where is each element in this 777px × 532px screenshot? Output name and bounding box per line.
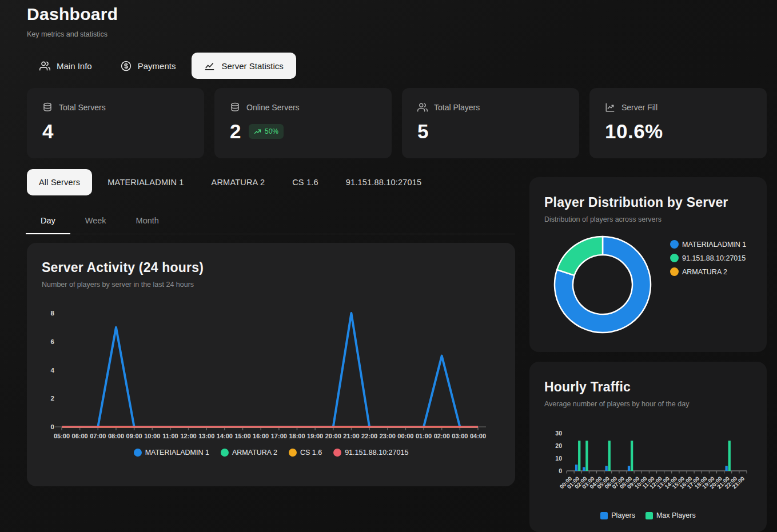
stat-value: 10.6% (605, 120, 663, 143)
legend-item-max-players[interactable]: Max Players (645, 511, 696, 519)
trending-chart-icon (605, 102, 615, 113)
svg-text:21:00: 21:00 (343, 433, 359, 439)
stat-label: Server Fill (621, 103, 658, 112)
stat-label: Total Players (434, 103, 480, 112)
server-tab-all-servers[interactable]: All Servers (27, 169, 92, 195)
svg-text:15:00: 15:00 (234, 433, 250, 439)
page-header: Dashboard Key metrics and statistics (27, 5, 118, 38)
stat-value: 5 (417, 120, 429, 143)
svg-text:02:00: 02:00 (434, 433, 450, 439)
player-distribution-card: Player Distribution by Server Distributi… (529, 177, 767, 352)
tab-label: Server Statistics (221, 61, 283, 71)
legend-label: Max Players (656, 511, 696, 519)
page-title: Dashboard (27, 5, 118, 24)
svg-text:04:00: 04:00 (470, 433, 486, 439)
stat-card-total-players: Total Players 5 (402, 88, 579, 158)
legend-dot (670, 240, 679, 249)
svg-text:22:00: 22:00 (361, 433, 377, 439)
legend-swatch (645, 512, 653, 519)
stat-card-server-fill: Server Fill 10.6% (589, 88, 767, 158)
legend-label: 91.151.88.10:27015 (682, 254, 746, 262)
legend-item-armatura-2[interactable]: ARMATURA 2 (670, 267, 746, 276)
server-tab-materialadmin-1[interactable]: MATERIALADMIN 1 (95, 169, 196, 195)
hourly-chart-legend: Players Max Players (529, 511, 767, 519)
legend-swatch (600, 512, 608, 519)
period-tab-day[interactable]: Day (26, 209, 70, 234)
legend-item-materialadmin-1[interactable]: MATERIALADMIN 1 (134, 449, 209, 457)
legend-item-materialadmin-1[interactable]: MATERIALADMIN 1 (670, 240, 746, 249)
dashboard-page: Dashboard Key metrics and statistics Mai… (0, 0, 777, 532)
svg-text:19:00: 19:00 (307, 433, 323, 439)
svg-text:01:00: 01:00 (416, 433, 432, 439)
stat-label: Total Servers (59, 103, 106, 112)
donut-chart-legend: MATERIALADMIN 1 91.151.88.10:27015 ARMAT… (670, 240, 746, 276)
tab-payments[interactable]: Payments (108, 53, 189, 79)
database-icon (230, 102, 240, 113)
legend-item-ip-server[interactable]: 91.151.88.10:27015 (670, 254, 746, 262)
svg-text:14:00: 14:00 (217, 433, 233, 439)
svg-text:17:00: 17:00 (271, 433, 287, 439)
activity-chart-title: Server Activity (24 hours) (42, 260, 500, 275)
svg-text:08:00: 08:00 (108, 433, 124, 439)
trending-up-icon (254, 128, 261, 135)
activity-chart-subtitle: Number of players by server in the last … (42, 281, 500, 289)
svg-text:0: 0 (559, 467, 562, 474)
database-icon (42, 102, 53, 113)
legend-dot (670, 267, 679, 276)
svg-text:30: 30 (555, 430, 562, 437)
svg-text:10: 10 (555, 455, 562, 462)
legend-label: Players (611, 511, 635, 519)
svg-text:00:00: 00:00 (397, 433, 413, 439)
donut-chart-subtitle: Distribution of players across servers (544, 215, 752, 223)
server-tab-ip-server[interactable]: 91.151.88.10:27015 (334, 169, 434, 195)
svg-text:6: 6 (51, 338, 54, 345)
activity-line-chart: 0246805:0006:0007:0008:0009:0010:0011:00… (41, 307, 501, 450)
legend-item-ip-server[interactable]: 91.151.88.10:27015 (333, 449, 408, 457)
legend-dot (333, 449, 341, 457)
hourly-traffic-card: Hourly Traffic Average number of players… (529, 362, 767, 532)
svg-text:20: 20 (555, 442, 562, 449)
stat-label: Online Servers (246, 103, 300, 112)
tab-main-info[interactable]: Main Info (27, 53, 105, 79)
svg-text:0: 0 (51, 423, 54, 430)
tab-label: Main Info (57, 61, 92, 71)
server-tab-armatura-2[interactable]: ARMATURA 2 (200, 169, 277, 195)
tab-server-statistics[interactable]: Server Statistics (192, 53, 296, 79)
svg-text:03:00: 03:00 (452, 433, 468, 439)
legend-item-cs-16[interactable]: CS 1.6 (289, 449, 322, 457)
stats-row: Total Servers 4 Online Servers 2 50% (27, 88, 767, 158)
legend-item-armatura-2[interactable]: ARMATURA 2 (221, 449, 277, 457)
svg-text:4: 4 (51, 367, 55, 374)
legend-label: ARMATURA 2 (682, 268, 727, 276)
svg-text:05:00: 05:00 (54, 433, 70, 439)
hourly-chart-subtitle: Average number of players by hour of the… (544, 400, 752, 408)
legend-label: 91.151.88.10:27015 (345, 449, 408, 457)
legend-label: ARMATURA 2 (232, 449, 277, 457)
svg-text:07:00: 07:00 (90, 433, 106, 439)
stat-card-online-servers: Online Servers 2 50% (214, 88, 392, 158)
svg-text:10:00: 10:00 (144, 433, 160, 439)
period-tabs: Day Week Month (26, 209, 515, 234)
player-distribution-donut-chart (552, 234, 653, 335)
svg-text:12:00: 12:00 (180, 433, 196, 439)
svg-text:23:00: 23:00 (380, 433, 396, 439)
hourly-traffic-bar-chart: 010203000:0001:0002:0003:0004:0005:0006:… (543, 426, 756, 511)
legend-dot (221, 449, 229, 457)
period-tab-month[interactable]: Month (121, 209, 174, 234)
growth-badge: 50% (249, 124, 284, 139)
hourly-chart-title: Hourly Traffic (544, 379, 752, 395)
legend-dot (289, 449, 297, 457)
svg-text:8: 8 (51, 310, 55, 317)
svg-text:11:00: 11:00 (162, 433, 178, 439)
svg-text:18:00: 18:00 (289, 433, 305, 439)
server-tab-cs-16[interactable]: CS 1.6 (280, 169, 330, 195)
main-tabs: Main Info Payments Server Statistics (27, 53, 296, 79)
svg-text:16:00: 16:00 (253, 433, 269, 439)
server-tabs: All Servers MATERIALADMIN 1 ARMATURA 2 C… (27, 169, 433, 195)
period-tab-week[interactable]: Week (70, 209, 121, 234)
page-subtitle: Key metrics and statistics (27, 30, 118, 38)
legend-dot (134, 449, 142, 457)
svg-text:06:00: 06:00 (72, 433, 88, 439)
stat-card-total-servers: Total Servers 4 (27, 88, 204, 158)
legend-item-players[interactable]: Players (600, 511, 635, 519)
